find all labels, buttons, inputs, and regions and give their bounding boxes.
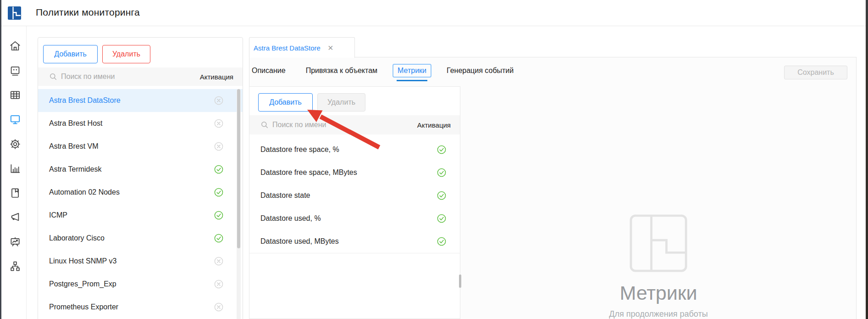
bookmark-icon[interactable] (9, 187, 21, 199)
policy-list-item[interactable]: Datastore state (249, 184, 460, 207)
policy-add-button[interactable]: Добавить (43, 45, 98, 63)
policy-list-item[interactable]: ICMP (38, 204, 243, 227)
policy-name: Linux Host SNMP v3 (49, 257, 116, 265)
metric-delete-button[interactable]: Удалить (317, 93, 365, 112)
policies-panel: Добавить Удалить Активация Astra Brest D… (38, 37, 243, 319)
workspace-tab[interactable]: Описание (252, 67, 286, 75)
nav-sidebar (1, 26, 27, 319)
activation-on-icon[interactable] (437, 191, 446, 200)
metric-list: Datastore free space, % Datastore free s… (249, 138, 460, 253)
activation-column-header: Активация (200, 73, 233, 81)
policy-list-item[interactable]: Astra Brest VM (38, 135, 243, 158)
policy-list-item[interactable]: Datastore free space, % (249, 138, 460, 161)
home-icon[interactable] (9, 40, 21, 52)
policy-name: Astra Termidesk (49, 165, 101, 173)
hierarchy-icon[interactable] (9, 260, 21, 272)
megaphone-icon[interactable] (9, 211, 21, 223)
policy-name: ICMP (49, 211, 67, 219)
workspace-tab[interactable]: Генерация событий (447, 67, 514, 75)
metrics-panel: Добавить Удалить Активация Datastore fre… (249, 86, 460, 319)
policy-search-input[interactable] (61, 73, 200, 81)
policy-list-item[interactable]: Laboratory Cisco (38, 227, 243, 250)
policy-name: Postgres_Prom_Exp (49, 280, 116, 288)
presentation-icon[interactable] (9, 236, 21, 248)
app-window: Политики мониторинга (0, 0, 868, 319)
activation-column-header: Активация (417, 121, 451, 129)
metric-list-scrollbar-thumb[interactable] (459, 274, 461, 288)
policy-name: Datastore free space, MBytes (260, 168, 357, 177)
policy-name: Prometheus Exporter (49, 303, 118, 311)
activation-on-icon[interactable] (214, 165, 223, 174)
activation-on-icon[interactable] (437, 145, 446, 154)
policy-list: Astra Brest DataStore Astra Brest Host A… (38, 89, 243, 319)
policy-name: Datastore state (260, 191, 310, 200)
page-title: Политики мониторинга (36, 7, 140, 18)
policy-list-scrollbar-thumb[interactable] (237, 89, 240, 248)
window-edge-right (866, 0, 868, 319)
empty-state-subtitle: Для продолжения работы (609, 309, 708, 319)
activation-on-icon[interactable] (437, 214, 446, 223)
activation-off-icon[interactable] (214, 142, 223, 151)
policy-list-item[interactable]: Astra Brest Host (38, 112, 243, 135)
policy-list-item[interactable]: Datastore free space, MBytes (249, 161, 460, 184)
empty-state-title: Метрики (619, 283, 697, 303)
workspace-tab[interactable]: Привязка к объектам (306, 67, 377, 75)
policy-search-row: Активация (38, 67, 243, 86)
activation-off-icon[interactable] (214, 302, 223, 312)
close-tab-icon[interactable]: × (328, 43, 333, 52)
activation-off-icon[interactable] (214, 280, 223, 289)
policy-list-item[interactable]: Astra Termidesk (38, 158, 243, 181)
policy-name: Laboratory Cisco (49, 234, 105, 242)
policy-name: Datastore free space, % (260, 146, 339, 154)
watermark-logo-icon (629, 214, 688, 272)
policy-name: Astra Brest DataStore (49, 96, 121, 105)
search-icon (50, 73, 57, 80)
activation-on-icon[interactable] (437, 237, 446, 246)
bar-chart-icon[interactable] (9, 162, 21, 174)
metric-search-row: Активация (249, 115, 460, 134)
activation-on-icon[interactable] (437, 168, 446, 177)
gear-icon[interactable] (9, 138, 21, 150)
policy-list-item[interactable]: Automation 02 Nodes (38, 181, 243, 204)
window-edge-left (0, 0, 1, 319)
metrics-empty-state: Метрики Для продолжения работы (460, 57, 857, 319)
document-tab-label: Astra Brest DataStore (254, 44, 321, 52)
policy-name: Datastore used, % (260, 214, 321, 223)
policy-list-item[interactable]: Linux Host SNMP v3 (38, 250, 243, 273)
app-header: Политики мониторинга (1, 0, 866, 26)
activation-off-icon[interactable] (214, 257, 223, 266)
brand-logo-icon[interactable] (8, 6, 21, 20)
document-tab[interactable]: Astra Brest DataStore × (249, 37, 355, 58)
policy-name: Astra Brest Host (49, 119, 102, 128)
policy-list-item[interactable]: Datastore used, % (249, 207, 460, 230)
kiosk-icon[interactable] (9, 65, 21, 77)
workspace-tab[interactable]: Метрики (393, 64, 431, 78)
activation-off-icon[interactable] (214, 119, 223, 128)
policy-delete-button[interactable]: Удалить (102, 45, 150, 63)
save-button[interactable]: Сохранить (784, 66, 847, 79)
policy-name: Astra Brest VM (49, 142, 99, 151)
metric-search-input[interactable] (272, 121, 417, 129)
workspace-tab-bar: ОписаниеПривязка к объектамМетрикиГенера… (252, 67, 514, 75)
activation-off-icon[interactable] (214, 96, 223, 105)
activation-on-icon[interactable] (214, 234, 223, 243)
activation-on-icon[interactable] (214, 188, 223, 197)
metric-add-button[interactable]: Добавить (258, 93, 313, 112)
policy-name: Datastore used, MBytes (260, 237, 339, 246)
policy-list-item[interactable]: Postgres_Prom_Exp (38, 273, 243, 296)
policy-list-item[interactable]: Astra Brest DataStore (38, 89, 243, 112)
search-icon (261, 121, 268, 129)
monitor-icon[interactable] (9, 113, 21, 125)
policy-name: Automation 02 Nodes (49, 188, 120, 196)
policy-list-item[interactable]: Prometheus Exporter (38, 296, 243, 319)
table-icon[interactable] (9, 89, 21, 101)
activation-on-icon[interactable] (214, 211, 223, 220)
policy-list-item[interactable]: Datastore used, MBytes (249, 230, 460, 253)
